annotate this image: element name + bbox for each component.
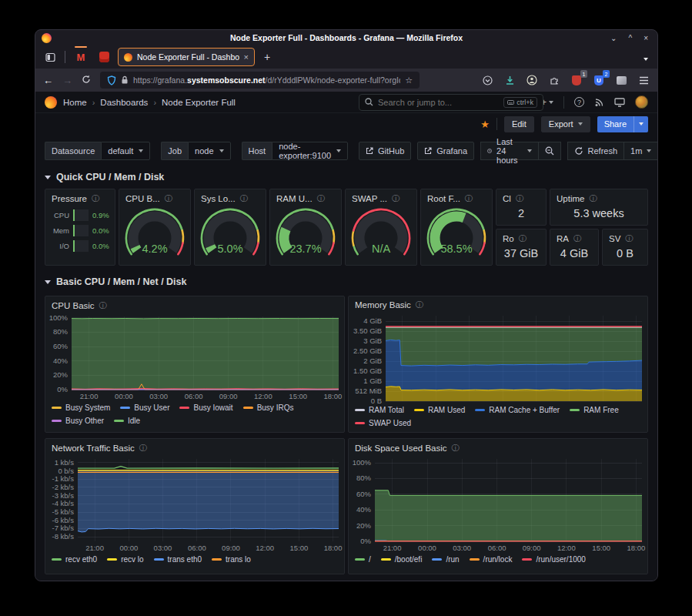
host-picker[interactable]: Host node-exporter:9100 xyxy=(242,142,349,160)
bookmark-star-icon[interactable]: ☆ xyxy=(405,75,413,85)
info-icon[interactable]: ⓘ xyxy=(165,193,172,204)
panel-title[interactable]: Memory Basicⓘ xyxy=(349,296,647,311)
search-box[interactable]: ctrl+k xyxy=(359,94,543,111)
extension-misc-button[interactable] xyxy=(615,74,627,86)
legend-item[interactable]: Busy Iowait xyxy=(179,402,232,413)
legend-item[interactable]: Busy Other xyxy=(52,415,104,427)
panel-title[interactable]: RAM U...ⓘ xyxy=(270,189,341,205)
tab-close-icon[interactable]: × xyxy=(244,52,249,62)
legend-item[interactable]: RAM Used xyxy=(414,404,465,416)
new-tab-button[interactable]: + xyxy=(259,51,275,63)
legend-item[interactable]: recv eth0 xyxy=(52,554,97,565)
legend-item[interactable]: Busy System xyxy=(52,402,110,413)
info-icon[interactable]: ⓘ xyxy=(452,443,460,454)
info-icon[interactable]: ⓘ xyxy=(573,233,581,244)
legend-item[interactable]: SWAP Used xyxy=(355,417,411,429)
search-input[interactable] xyxy=(378,98,499,107)
info-icon[interactable]: ⓘ xyxy=(139,443,147,454)
window-minimize-button[interactable]: ⌄ xyxy=(610,34,617,42)
github-link-button[interactable]: GitHub xyxy=(359,142,411,160)
info-icon[interactable]: ⓘ xyxy=(92,193,99,204)
info-icon[interactable]: ⓘ xyxy=(99,300,107,311)
account-button[interactable] xyxy=(526,74,538,86)
url-bar[interactable]: https://grafana.systemsobscure.net/d/rYd… xyxy=(100,72,420,89)
legend-item[interactable]: Busy User xyxy=(120,402,169,413)
legend-item[interactable]: RAM Total xyxy=(355,404,404,416)
extension-blue-button[interactable]: U 2 xyxy=(593,74,605,86)
network-traffic-chart[interactable]: 1 kb/s0 b/s-1 kb/s-2 kb/s-3 kb/s-4 kb/s-… xyxy=(45,454,345,553)
firefox-view-button[interactable] xyxy=(42,49,59,65)
legend-item[interactable]: trans lo xyxy=(212,554,251,565)
breadcrumb-dashboards[interactable]: Dashboards xyxy=(100,98,148,107)
refresh-button[interactable]: Refresh xyxy=(567,142,625,160)
memory-basic-chart[interactable]: 0 B512 MiB1 GiB1.50 GiB2 GiB2.50 GiB3 Gi… xyxy=(349,311,648,403)
window-close-button[interactable]: × xyxy=(644,34,648,42)
legend-item[interactable]: /boot/efi xyxy=(381,554,423,565)
breadcrumb-home[interactable]: Home xyxy=(63,98,87,107)
legend-item[interactable]: /run xyxy=(432,554,459,565)
downloads-button[interactable] xyxy=(503,74,516,86)
legend-item[interactable]: recv lo xyxy=(107,554,143,565)
panel-title[interactable]: SVⓘ xyxy=(603,229,647,245)
panel-title[interactable]: Clⓘ xyxy=(496,189,546,205)
edit-button[interactable]: Edit xyxy=(504,116,534,132)
legend-item[interactable]: RAM Free xyxy=(570,404,619,416)
panel-title[interactable]: Uptimeⓘ xyxy=(550,189,647,205)
panel-title[interactable]: SWAP ...ⓘ xyxy=(346,189,416,205)
time-range-picker[interactable]: Last 24 hours xyxy=(480,142,539,160)
news-button[interactable] xyxy=(594,98,604,107)
legend-item[interactable]: Idle xyxy=(114,415,140,427)
legend-item[interactable]: /run/user/1000 xyxy=(522,554,586,565)
menu-button[interactable] xyxy=(637,74,650,86)
pocket-button[interactable] xyxy=(481,74,493,86)
disk-space-chart[interactable]: 0%20%40%60%80%100%21:0000:0003:0006:0009… xyxy=(349,454,648,553)
info-icon[interactable]: ⓘ xyxy=(317,193,325,204)
info-icon[interactable]: ⓘ xyxy=(625,233,633,244)
cpu-basic-chart[interactable]: 0%20%40%60%80%100%21:0000:0003:0006:0009… xyxy=(45,312,345,401)
panel-title[interactable]: Root F...ⓘ xyxy=(421,189,492,205)
info-icon[interactable]: ⓘ xyxy=(416,300,423,310)
grafana-link-button[interactable]: Grafana xyxy=(417,142,474,160)
panel-title[interactable]: Network Traffic Basicⓘ xyxy=(45,439,344,454)
panel-title[interactable]: Roⓘ xyxy=(496,229,546,245)
job-picker[interactable]: Job node xyxy=(161,142,230,160)
window-maximize-button[interactable]: ^ xyxy=(628,34,632,42)
reload-button[interactable] xyxy=(82,75,91,86)
panel-title[interactable]: CPU B...ⓘ xyxy=(119,189,190,205)
info-icon[interactable]: ⓘ xyxy=(519,233,527,244)
zoom-out-button[interactable] xyxy=(539,142,561,160)
tab-node-exporter[interactable]: Node Exporter Full - Dashbo × xyxy=(118,48,255,66)
share-dropdown-button[interactable] xyxy=(633,116,648,132)
panel-title[interactable]: Sys Lo...ⓘ xyxy=(195,189,266,205)
extensions-button[interactable] xyxy=(548,74,560,86)
list-all-tabs-button[interactable] xyxy=(644,50,651,64)
kiosk-mode-button[interactable] xyxy=(614,98,625,107)
refresh-interval-picker[interactable]: 1m xyxy=(624,142,658,160)
info-icon[interactable]: ⓘ xyxy=(516,193,523,204)
legend-item[interactable]: /run/lock xyxy=(470,554,513,565)
export-button[interactable]: Export xyxy=(541,116,590,132)
legend-item[interactable]: trans eth0 xyxy=(154,554,202,565)
info-icon[interactable]: ⓘ xyxy=(240,193,248,204)
back-button[interactable]: ← xyxy=(43,75,53,86)
panel-title[interactable]: Disk Space Used Basicⓘ xyxy=(349,439,647,454)
legend-item[interactable]: Busy IRQs xyxy=(243,402,294,413)
user-avatar[interactable] xyxy=(635,95,648,109)
favorite-star-icon[interactable]: ★ xyxy=(480,119,490,130)
legend-item[interactable]: / xyxy=(355,554,371,565)
panel-title[interactable]: Pressureⓘ xyxy=(45,189,115,205)
panel-title[interactable]: CPU Basicⓘ xyxy=(45,296,344,312)
info-icon[interactable]: ⓘ xyxy=(392,193,399,204)
panel-title[interactable]: RAⓘ xyxy=(550,229,598,245)
pinned-tab-gmail[interactable]: M xyxy=(72,48,90,66)
extension-red-button[interactable]: 1 xyxy=(570,74,583,86)
forward-button[interactable]: → xyxy=(62,75,72,86)
section-basic-cpu-mem-net-disk[interactable]: Basic CPU / Mem / Net / Disk xyxy=(45,273,648,290)
pinned-tab-red-app[interactable] xyxy=(95,48,113,66)
section-quick-cpu-mem-disk[interactable]: Quick CPU / Mem / Disk xyxy=(45,169,648,186)
datasource-picker[interactable]: Datasource default xyxy=(45,142,150,160)
help-icon[interactable]: ? xyxy=(574,97,584,107)
legend-item[interactable]: RAM Cache + Buffer xyxy=(475,404,560,416)
info-icon[interactable]: ⓘ xyxy=(589,193,597,204)
share-button[interactable]: Share xyxy=(597,116,633,132)
